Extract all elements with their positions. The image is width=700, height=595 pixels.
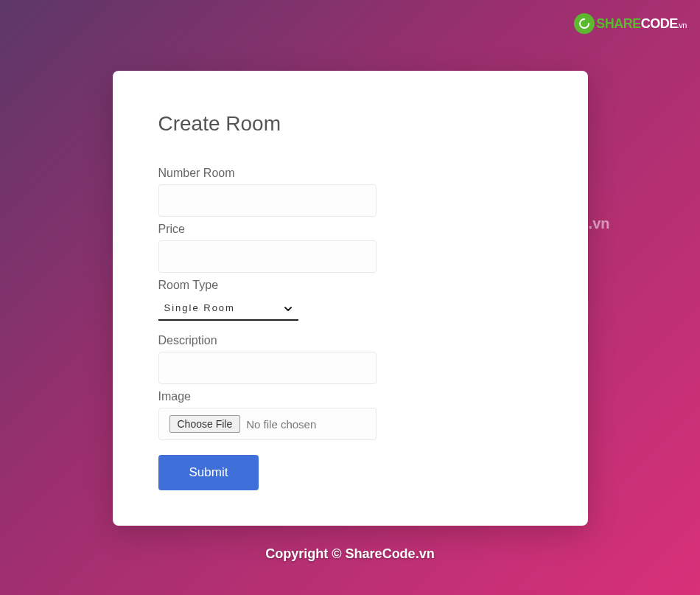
room-type-group: Room Type Single Room — [158, 279, 542, 321]
room-type-label: Room Type — [158, 279, 542, 292]
svg-marker-0 — [584, 18, 586, 21]
price-input[interactable] — [158, 240, 377, 273]
create-room-card: Create Room Number Room Price Room Type … — [113, 71, 588, 526]
copyright-text: Copyright © ShareCode.vn — [0, 546, 700, 562]
description-label: Description — [158, 334, 542, 347]
image-label: Image — [158, 390, 542, 403]
image-group: Image Choose File No file chosen — [158, 390, 542, 440]
price-label: Price — [158, 223, 542, 236]
number-room-input[interactable] — [158, 184, 377, 217]
description-group: Description — [158, 334, 542, 390]
choose-file-button[interactable]: Choose File — [169, 415, 241, 433]
number-room-label: Number Room — [158, 167, 542, 180]
price-group: Price — [158, 223, 542, 279]
file-status-text: No file chosen — [246, 418, 316, 431]
logo-text: SHARECODE.vn — [596, 16, 687, 32]
number-room-group: Number Room — [158, 167, 542, 223]
logo-icon — [574, 13, 595, 34]
page-title: Create Room — [158, 112, 542, 136]
room-type-select[interactable]: Single Room — [158, 296, 298, 321]
description-input[interactable] — [158, 352, 377, 384]
file-input-wrapper[interactable]: Choose File No file chosen — [158, 408, 377, 440]
submit-button[interactable]: Submit — [158, 455, 259, 490]
logo: SHARECODE.vn — [574, 13, 687, 34]
